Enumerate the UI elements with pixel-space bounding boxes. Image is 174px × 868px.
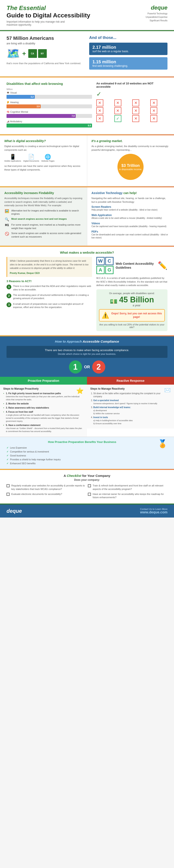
findability-item-1-text: Most search engines access text and not … (11, 217, 67, 221)
findability-item-2: H1 For some search engines, text marked … (4, 223, 83, 230)
pencil-icon: ✏️ (158, 261, 168, 270)
newyork-icon: NY (38, 49, 47, 58)
wcag-inner: While I believe passionately that there … (6, 257, 168, 331)
stats-headline: 57 Million Americans (6, 35, 85, 41)
ambulatory-bar: 🦽 Ambulatory 9.8 (6, 120, 92, 127)
deque-logo: deque (146, 4, 168, 11)
not-accessible-text: An estimated 9 out of 10 websites are NO… (96, 82, 168, 88)
digital-col-title: What is digital accessibility? (4, 139, 83, 143)
hp-item-0: Less Expensive (6, 446, 168, 450)
checkbox-2[interactable] (6, 493, 9, 496)
alt-text-icon: 🖼️ (4, 209, 9, 213)
wcag-right: W C A G Web Content Accessibility Guidel… (96, 257, 168, 331)
at-item-pdfs: PDFs Can be downloaded and computer can … (92, 230, 170, 239)
reactive-step-1: Sit down at the table w/the organization… (93, 392, 171, 398)
usa-map-icon: 🗺️ (6, 47, 20, 60)
digital-accessibility-col: What is digital accessibility? Digital a… (0, 135, 87, 186)
findability-col: Accessibility increases Findability Acce… (0, 187, 87, 245)
disabilities-section: Disabilities that affect web browsing Mi… (0, 78, 174, 134)
warning-icon: ⚠️ (102, 312, 109, 319)
proactive-steps-title: ⭐ Steps to Manage Proactively (3, 387, 84, 390)
dollar-icon: 💵 (110, 298, 117, 305)
wcag-desc: W.C.A.G. is a series of web accessibilit… (96, 276, 168, 287)
page-title: The Essential Guide to Digital Accessibi… (6, 4, 90, 19)
header-right: deque Powerful Technology Unparalleled E… (146, 4, 168, 22)
hp-item-3: Provides a shield to help manage further… (6, 458, 168, 461)
check-grid: ✕ ✕ ✕ ✕ ✕ ✕ ✕ ✕ ✕ ✓ ✕ ✕ (96, 99, 168, 122)
heading-icon: H1 (4, 223, 9, 227)
choice-1: 1 (69, 361, 82, 374)
proactive-step-3: 3. Raise awareness with key stakeholders (3, 406, 84, 409)
reactive-step-2: Get a specialist involved Someone w/expe… (93, 399, 171, 405)
approach-section: How to Approach Accessible Compliance Th… (0, 336, 174, 377)
checkbox-0[interactable] (6, 484, 9, 487)
quote-box: While I believe passionately that there … (6, 257, 92, 277)
two-choice: 1 OR 2 (6, 361, 168, 374)
on-avg-text: On average, people with disabilities spe… (99, 292, 165, 294)
stats-right: And of those... 2.17 million surf the we… (89, 35, 168, 72)
how-proactive-title: How Proactive Preparation Benefits Your … (6, 440, 168, 443)
findability-item-0-text: Alternative text for images and multimed… (11, 209, 83, 216)
digital-icons-row: 📱 Mobile Applications 📄 Digital Document… (4, 154, 83, 162)
reactive-steps-title: ✉️ Steps to Manage Reactively (90, 387, 171, 390)
header: The Essential Guide to Digital Accessibi… (0, 0, 174, 30)
map-area: 🗺️ + CA NY (6, 47, 85, 60)
wcag-title-area: Web Content Accessibility Guidelines (116, 262, 155, 270)
proactive-header: Proactive Preparation (0, 377, 87, 384)
checklist-item-2: Evaluate electronic documents for access… (6, 493, 86, 499)
footer-website[interactable]: www.deque.com (140, 510, 168, 514)
reason-2-text: The accelerating pace of structured sett… (13, 293, 92, 300)
proactive-body: ⭐ Steps to Manage Proactively 1. Fix hig… (0, 384, 87, 437)
reason-1-text: There is a clear precedent that the ADA … (13, 284, 92, 291)
wcag-section-title: What makes a website accessible? (6, 251, 168, 254)
search-engine-icon: 🔍 (4, 217, 9, 221)
checkbox-1[interactable] (88, 484, 91, 487)
findability-item-2-text: For some search engines, text marked as … (11, 223, 83, 230)
oops-text: Oops! Sorry, but you can not access this… (111, 312, 162, 319)
reactive-col: Reactive Response ✉️ Steps to Manage Rea… (87, 377, 174, 437)
digital-col-footer: so that everyone can have the same user … (4, 164, 83, 172)
reason-1: 1 There is a clear precedent that the AD… (6, 284, 92, 291)
mobile-apps-icon: 📱 Mobile Applications (4, 154, 21, 162)
stats-note: that's more than the populations of Cali… (6, 62, 85, 65)
surf-stat: 2.17 million surf the web on a regular b… (89, 43, 168, 55)
reactive-step-4: Invest in tools a) Help in building/revi… (93, 416, 171, 425)
how-proactive-section: How Proactive Preparation Benefits Your … (0, 437, 174, 469)
header-subtitle: Important information to help you manage… (6, 20, 72, 26)
findability-item-3: 🚫 Some search engines are unable to acce… (4, 232, 83, 239)
quote-author: Preety Kumar, Deque CEO (10, 271, 89, 275)
visual-bar: 👁️ Visual 3.2 (6, 91, 92, 99)
reactive-body: ✉️ Steps to Manage Reactively Sit down a… (87, 384, 174, 429)
billion-label: a year (119, 304, 154, 307)
browse-desc: find web browsing challenging. (92, 64, 164, 67)
checklist-grid: Regularly evaluate your websites for acc… (6, 484, 168, 499)
choices-banner: There are two choices to make when facin… (6, 346, 168, 358)
at-item-screen-readers: Screen Readers Help people hear content … (92, 205, 170, 212)
header-left: The Essential Guide to Digital Accessibi… (6, 4, 90, 26)
hp-item-1: Competitive for serious & investment (6, 450, 168, 454)
at-item-web-app: Web Application Allows a web site to be … (92, 214, 170, 220)
growing-col-title: It's a growing market. (92, 139, 170, 143)
disabilities-right: An estimated 9 out of 10 websites are NO… (96, 82, 168, 130)
proactive-step-5: 5. Have a conformance statement Also kno… (3, 424, 84, 433)
wcag-a: A (96, 266, 105, 274)
wcag-c: C (105, 257, 114, 265)
stats-left: 57 Million Americans are living with a d… (6, 35, 85, 72)
wcag-left: While I believe passionately that there … (6, 257, 92, 331)
reasons-title: 3 Reasons to ACT! (6, 280, 92, 283)
checklist-item-3: Have an internal owner for accessibility… (88, 493, 168, 499)
california-icon: CA (28, 49, 37, 58)
wcag-logo-area: W C A G Web Content Accessibility Guidel… (96, 257, 168, 274)
findability-section: Accessibility increases Findability Acce… (0, 187, 174, 246)
proactive-col: Proactive Preparation ⭐ Steps to Manage … (0, 377, 87, 437)
cognitive-bar: 🧠 Cognitive Mental 7.9 (6, 111, 92, 118)
browse-stat: 1.15 million find web browsing challengi… (89, 57, 168, 70)
disabilities-left: Disabilities that affect web browsing Mi… (6, 82, 92, 130)
trillion-label: in disposable income. (119, 168, 142, 170)
billion-area: On average, people with disabilities spe… (96, 289, 168, 331)
checkbox-3[interactable] (88, 493, 91, 496)
findability-item-3-text: Some search engines are unable to access… (11, 232, 83, 239)
growing-col-body: As a global, emerging market, the disabi… (92, 145, 170, 152)
digital-market-section: What is digital accessibility? Digital a… (0, 135, 174, 186)
proact-reactive-section: Proactive Preparation ⭐ Steps to Manage … (0, 377, 174, 437)
